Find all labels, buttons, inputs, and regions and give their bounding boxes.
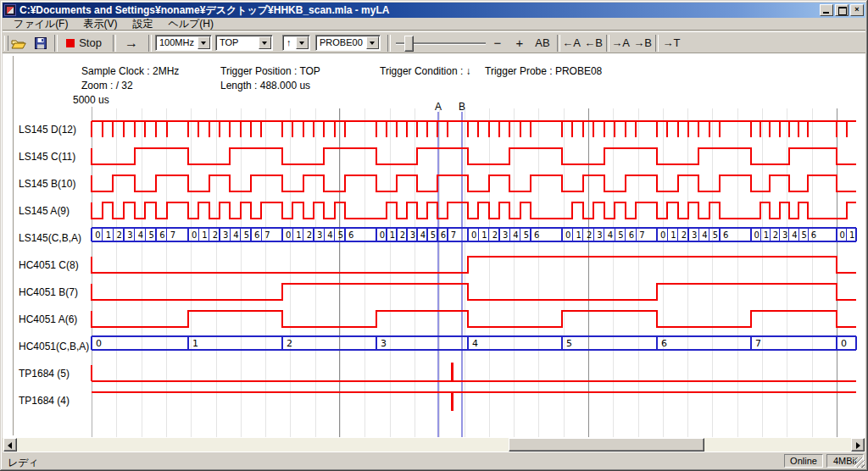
svg-text:1: 1 [296, 230, 301, 240]
toolbar-separator [148, 35, 152, 52]
svg-text:0: 0 [96, 338, 102, 349]
dropdown-arrow-icon[interactable] [296, 36, 309, 49]
dropdown-arrow-icon[interactable] [198, 36, 210, 49]
svg-text:7: 7 [755, 338, 761, 349]
svg-text:1: 1 [576, 230, 581, 240]
svg-text:1: 1 [849, 230, 854, 240]
menu-help[interactable]: ヘルプ(H) [160, 17, 221, 31]
menu-view[interactable]: 表示(V) [75, 17, 125, 31]
svg-text:6: 6 [441, 230, 446, 240]
window-title: C:¥Documents and Settings¥noname¥デスクトップ¥… [19, 3, 818, 18]
status-ready-text: レディ [8, 456, 39, 470]
scrollbar-thumb[interactable] [509, 438, 704, 452]
toolbar: Stop → 100MHz TOP ↑ PROBE00 − + AB ←A ←B [3, 31, 865, 53]
zoom-in-button[interactable]: + [513, 34, 526, 52]
svg-text:2: 2 [307, 230, 312, 240]
svg-text:1: 1 [764, 230, 769, 240]
svg-text:2: 2 [287, 338, 292, 349]
dropdown-arrow-icon[interactable] [259, 36, 271, 49]
svg-text:5: 5 [713, 230, 718, 240]
svg-text:4: 4 [420, 230, 426, 240]
sample-clock-select[interactable]: 100MHz [155, 35, 212, 51]
menu-bar: ファイル(F) 表示(V) 設定 ヘルプ(H) [3, 18, 865, 30]
svg-text:6: 6 [661, 338, 667, 349]
svg-text:3: 3 [782, 230, 787, 240]
svg-text:5: 5 [244, 230, 249, 240]
dropdown-arrow-icon[interactable] [366, 36, 379, 49]
svg-text:4: 4 [138, 230, 143, 240]
zoom-slider[interactable] [396, 42, 486, 44]
svg-text:2: 2 [400, 230, 405, 240]
svg-text:0: 0 [660, 230, 665, 240]
minimize-button[interactable] [820, 4, 833, 16]
svg-text:2: 2 [116, 230, 121, 240]
trigger-probe-select[interactable]: PROBE00 [315, 35, 381, 51]
toolbar-separator [54, 35, 58, 52]
trigger-position-value: TOP [220, 37, 238, 47]
svg-text:1: 1 [481, 230, 487, 240]
svg-text:5: 5 [431, 230, 436, 240]
zoom-out-button[interactable]: − [491, 34, 504, 52]
svg-text:0: 0 [286, 230, 291, 240]
waveform-plot[interactable]: 0123456701234567012345601234567012345601… [0, 0, 868, 471]
svg-text:6: 6 [811, 230, 816, 240]
svg-text:1: 1 [670, 230, 676, 240]
svg-text:4: 4 [233, 230, 238, 240]
app-icon [4, 4, 16, 16]
toolbar-grip[interactable] [4, 36, 8, 51]
svg-text:3: 3 [410, 230, 415, 240]
open-file-button[interactable] [9, 34, 28, 52]
title-bar[interactable]: C:¥Documents and Settings¥noname¥デスクトップ¥… [3, 3, 865, 18]
svg-text:0: 0 [192, 230, 197, 240]
scroll-left-button[interactable] [3, 438, 17, 452]
svg-text:1: 1 [106, 230, 111, 240]
run-button[interactable]: → [120, 34, 143, 52]
svg-text:5: 5 [802, 230, 807, 240]
app-window: Sample Clock : 2MHz Trigger Position : T… [0, 0, 868, 471]
menu-settings[interactable]: 設定 [125, 17, 160, 31]
open-folder-icon [11, 37, 26, 49]
svg-text:3: 3 [692, 230, 697, 240]
toolbar-separator [655, 35, 659, 52]
svg-text:5: 5 [338, 230, 343, 240]
svg-text:1: 1 [390, 230, 395, 240]
sample-clock-value: 100MHz [159, 37, 194, 47]
set-marker-b-button[interactable]: ←B [584, 34, 603, 52]
goto-marker-a-button[interactable]: →A [611, 34, 630, 52]
svg-text:6: 6 [723, 230, 728, 240]
toolbar-separator [557, 35, 560, 52]
marker-b-label: B [459, 101, 465, 113]
trigger-probe-value: PROBE00 [320, 37, 363, 47]
svg-text:4: 4 [513, 230, 518, 240]
set-marker-a-button[interactable]: ←A [562, 34, 581, 52]
goto-trigger-button[interactable]: →T [662, 34, 681, 52]
goto-marker-b-button[interactable]: →B [633, 34, 652, 52]
maximize-button[interactable] [835, 4, 849, 16]
svg-text:7: 7 [639, 230, 644, 240]
svg-text:5: 5 [618, 230, 623, 240]
svg-text:4: 4 [702, 230, 707, 240]
toolbar-separator [606, 35, 609, 52]
stop-label: Stop [79, 36, 102, 49]
zoom-ab-button[interactable]: AB [531, 34, 554, 52]
toolbar-separator [387, 35, 391, 52]
svg-text:3: 3 [127, 230, 132, 240]
svg-text:0: 0 [565, 230, 570, 240]
stop-button[interactable]: Stop [60, 34, 108, 52]
svg-text:0: 0 [840, 230, 845, 240]
menu-file[interactable]: ファイル(F) [6, 17, 75, 31]
save-button[interactable] [31, 34, 50, 52]
svg-text:2: 2 [213, 230, 218, 240]
save-floppy-icon [35, 37, 47, 49]
toolbar-separator [113, 35, 116, 52]
resize-grip[interactable] [854, 457, 865, 468]
scroll-right-button[interactable] [851, 438, 865, 452]
trigger-edge-select[interactable]: ↑ [282, 35, 310, 51]
close-button[interactable]: × [850, 4, 864, 16]
trigger-position-select[interactable]: TOP [215, 35, 273, 51]
svg-text:2: 2 [492, 230, 498, 240]
zoom-slider-thumb[interactable] [404, 36, 414, 52]
horizontal-scrollbar[interactable] [3, 438, 865, 452]
trigger-edge-value: ↑ [287, 37, 292, 47]
status-online-badge: Online [784, 454, 823, 468]
